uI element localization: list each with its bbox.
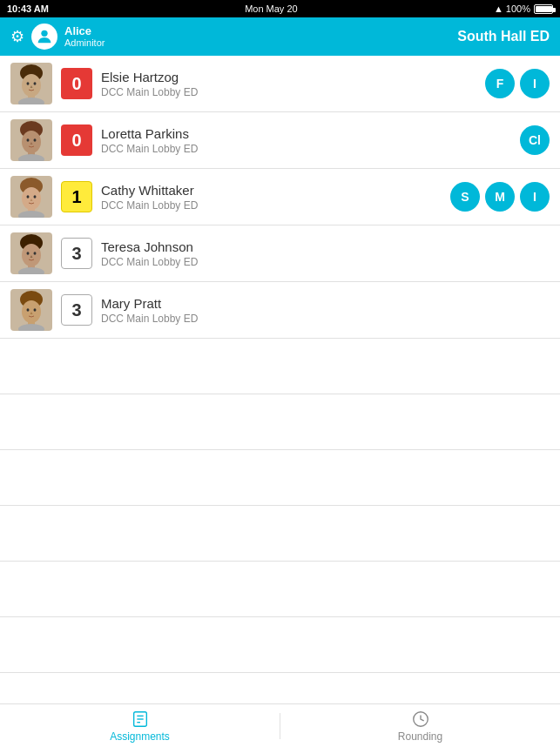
empty-row [0,339,560,394]
user-name: Alice [64,24,105,38]
user-role: Adminitor [64,37,105,49]
patient-photo [10,289,52,331]
svg-point-9 [27,138,30,142]
user-info: Alice Adminitor [64,24,105,50]
svg-point-12 [18,154,44,161]
svg-point-16 [34,195,37,199]
patient-location: DCC Main Lobby ED [101,313,550,325]
svg-point-30 [18,324,44,331]
svg-point-3 [27,82,30,85]
action-btn-m[interactable]: M [485,182,515,212]
assignments-icon [131,710,150,729]
patient-row[interactable]: 0 Elsie Hartzog DCC Main Lobby ED FI [0,56,560,112]
action-buttons: Cl [520,125,550,155]
user-silhouette-icon [35,27,54,46]
patient-info: Elsie Hartzog DCC Main Lobby ED [101,70,485,98]
svg-point-28 [34,308,37,312]
patient-name: Cathy Whittaker [101,183,450,198]
patient-photo-svg [10,176,52,218]
action-btn-i[interactable]: I [520,182,550,212]
patient-photo-svg [10,232,52,274]
patient-badge: 1 [61,181,92,212]
signal-icon: ▲ 100% [494,3,530,14]
patient-list: 0 Elsie Hartzog DCC Main Lobby ED FI 0 L… [0,56,560,703]
patient-row[interactable]: 3 Mary Pratt DCC Main Lobby ED [0,282,560,339]
svg-point-18 [18,211,44,218]
patient-badge: 0 [61,124,92,156]
tab-assignments[interactable]: Assignments [0,710,280,743]
patient-badge: 3 [61,294,92,326]
avatar [31,24,57,50]
patient-photo [10,63,52,104]
battery-icon [534,4,553,14]
svg-point-21 [27,252,30,255]
action-buttons: SMI [450,182,550,212]
settings-icon[interactable]: ⚙ [10,27,24,46]
empty-row [0,394,560,450]
patient-badge: 3 [61,238,92,269]
patient-photo [10,232,52,274]
patient-info: Teresa Johnson DCC Main Lobby ED [101,239,550,268]
patient-row[interactable]: 0 Loretta Parkins DCC Main Lobby ED Cl [0,112,560,169]
header-left: ⚙ Alice Adminitor [10,24,105,50]
patient-photo-svg [10,119,52,161]
patient-row[interactable]: 3 Teresa Johnson DCC Main Lobby ED [0,225,560,282]
patient-name: Elsie Hartzog [101,70,485,84]
tab-rounding-label: Rounding [398,730,442,743]
empty-row [0,673,560,703]
patient-name: Teresa Johnson [101,239,550,254]
action-btn-cl[interactable]: Cl [520,125,550,155]
svg-point-24 [18,267,44,274]
action-buttons: FI [485,69,550,98]
svg-point-15 [27,195,30,199]
svg-point-0 [41,30,47,37]
patient-name: Mary Pratt [101,296,550,311]
svg-point-4 [34,82,37,85]
header-location: South Hall ED [457,29,550,44]
status-date: Mon May 20 [245,3,298,14]
patient-photo [10,119,52,161]
svg-point-22 [34,252,37,255]
patient-photo [10,176,52,218]
svg-point-6 [18,98,44,104]
svg-point-27 [27,308,30,312]
content-area: 0 Elsie Hartzog DCC Main Lobby ED FI 0 L… [0,56,560,703]
bottom-tabs: Assignments Rounding [0,703,560,747]
patient-name: Loretta Parkins [101,126,520,141]
patient-location: DCC Main Lobby ED [101,143,520,155]
empty-row [0,562,560,617]
rounding-icon [411,710,430,729]
patient-info: Mary Pratt DCC Main Lobby ED [101,296,550,325]
empty-row [0,506,560,562]
tab-assignments-label: Assignments [110,730,170,743]
svg-point-10 [34,138,37,142]
action-btn-f[interactable]: F [485,69,515,98]
patient-photo-svg [10,289,52,331]
action-btn-i[interactable]: I [520,69,550,98]
patient-location: DCC Main Lobby ED [101,86,485,98]
patient-info: Cathy Whittaker DCC Main Lobby ED [101,183,450,212]
action-btn-s[interactable]: S [450,182,480,212]
patient-location: DCC Main Lobby ED [101,256,550,268]
patient-badge: 0 [61,68,92,99]
patient-row[interactable]: 1 Cathy Whittaker DCC Main Lobby ED SMI [0,169,560,225]
empty-row [0,617,560,673]
empty-row [0,450,560,506]
app-header: ⚙ Alice Adminitor South Hall ED [0,17,560,56]
tab-rounding[interactable]: Rounding [280,710,560,743]
patient-photo-svg [10,63,52,104]
status-right: ▲ 100% [494,3,553,14]
patient-info: Loretta Parkins DCC Main Lobby ED [101,126,520,155]
status-time-date: 10:43 AM [7,3,49,14]
status-bar: 10:43 AM Mon May 20 ▲ 100% [0,0,560,17]
patient-location: DCC Main Lobby ED [101,199,450,212]
